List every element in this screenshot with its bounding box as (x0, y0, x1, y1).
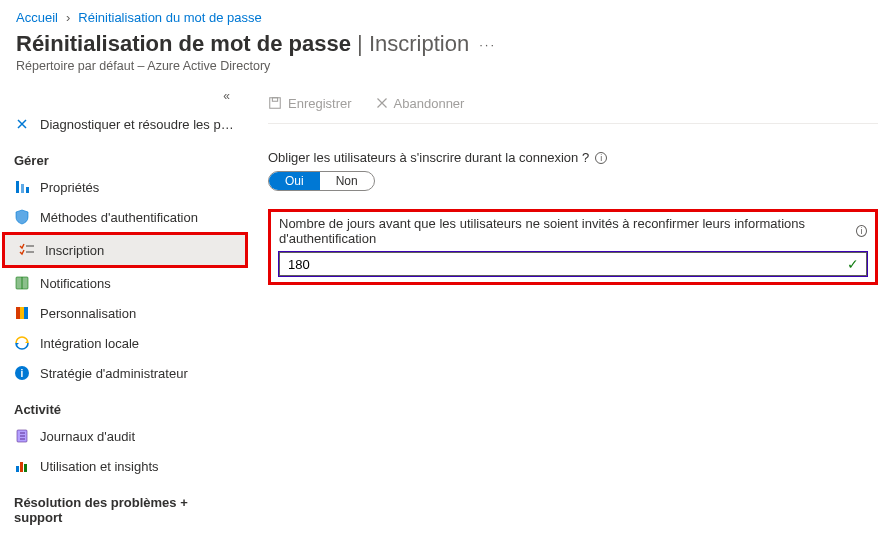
sidebar-item-label: Journaux d'audit (40, 429, 135, 444)
properties-icon (14, 179, 30, 195)
svg-text:i: i (21, 368, 24, 379)
sidebar-item-properties[interactable]: Propriétés (0, 172, 250, 202)
sidebar-header-support: Résolution des problèmes + support (0, 481, 250, 526)
page-title-sub: Inscription (369, 31, 469, 56)
sidebar-item-label: Méthodes d'authentification (40, 210, 198, 225)
checklist-icon (19, 242, 35, 258)
toggle-option-yes[interactable]: Oui (269, 172, 320, 190)
toggle-option-no[interactable]: Non (320, 172, 374, 190)
svg-rect-0 (16, 181, 19, 193)
require-register-toggle[interactable]: Oui Non (268, 171, 375, 191)
diagnose-icon (14, 116, 30, 132)
info-tooltip-icon[interactable]: i (856, 225, 867, 237)
toolbar: Enregistrer Abandonner (268, 89, 878, 117)
svg-marker-11 (16, 343, 19, 346)
sidebar-item-label: Inscription (45, 243, 104, 258)
page-subtitle: Répertoire par défaut – Azure Active Dir… (0, 59, 896, 83)
sidebar-item-auth-methods[interactable]: Méthodes d'authentification (0, 202, 250, 232)
days-label: Nombre de jours avant que les utilisateu… (279, 216, 850, 246)
toolbar-divider (268, 123, 878, 124)
page-title-main: Réinitialisation de mot de passe (16, 31, 351, 56)
sidebar-item-audit-logs[interactable]: Journaux d'audit (0, 421, 250, 451)
save-button[interactable]: Enregistrer (268, 96, 352, 111)
highlight-registration: Inscription (2, 232, 248, 268)
sidebar-header-manage: Gérer (0, 139, 250, 172)
book-icon (14, 275, 30, 291)
sidebar-item-label: Notifications (40, 276, 111, 291)
svg-rect-9 (24, 307, 28, 319)
sidebar-item-admin-policy[interactable]: i Stratégie d'administrateur (0, 358, 250, 388)
more-actions-button[interactable]: ··· (479, 37, 496, 52)
notebook-icon (14, 428, 30, 444)
palette-icon (14, 305, 30, 321)
sidebar-header-activity: Activité (0, 388, 250, 421)
svg-rect-2 (26, 187, 29, 193)
sidebar-item-onprem[interactable]: Intégration locale (0, 328, 250, 358)
breadcrumb-current[interactable]: Réinitialisation du mot de passe (78, 10, 262, 25)
main-content: Enregistrer Abandonner Obliger les utili… (250, 83, 896, 526)
sidebar-item-label: Intégration locale (40, 336, 139, 351)
discard-button[interactable]: Abandonner (376, 96, 465, 111)
sidebar-item-registration[interactable]: Inscription (5, 235, 245, 265)
sidebar-item-label: Diagnostiquer et résoudre les prob... (40, 117, 236, 132)
save-label: Enregistrer (288, 96, 352, 111)
breadcrumb-separator: › (66, 10, 70, 25)
sidebar-collapse-button[interactable]: « (0, 87, 250, 109)
sidebar-item-customization[interactable]: Personnalisation (0, 298, 250, 328)
svg-rect-22 (270, 98, 281, 109)
breadcrumb: Accueil › Réinitialisation du mot de pas… (0, 0, 896, 29)
svg-marker-10 (25, 340, 28, 343)
close-icon (376, 97, 388, 109)
sidebar-item-diagnose[interactable]: Diagnostiquer et résoudre les prob... (0, 109, 250, 139)
svg-rect-19 (20, 462, 23, 472)
svg-rect-1 (21, 184, 24, 193)
days-input[interactable] (279, 252, 867, 276)
info-icon: i (14, 365, 30, 381)
svg-rect-23 (272, 98, 277, 102)
sidebar-item-notifications[interactable]: Notifications (0, 268, 250, 298)
sidebar-item-label: Propriétés (40, 180, 99, 195)
sync-icon (14, 335, 30, 351)
svg-rect-20 (24, 464, 27, 472)
highlight-days-field: Nombre de jours avant que les utilisateu… (268, 209, 878, 285)
info-tooltip-icon[interactable]: i (595, 152, 607, 164)
validation-check-icon: ✓ (847, 256, 859, 272)
svg-rect-7 (16, 307, 20, 319)
svg-rect-8 (20, 307, 24, 319)
shield-icon (14, 209, 30, 225)
field-require-register: Obliger les utilisateurs à s'inscrire du… (268, 150, 878, 191)
sidebar-item-label: Utilisation et insights (40, 459, 159, 474)
breadcrumb-home[interactable]: Accueil (16, 10, 58, 25)
sidebar-item-label: Stratégie d'administrateur (40, 366, 188, 381)
discard-label: Abandonner (394, 96, 465, 111)
sidebar: « Diagnostiquer et résoudre les prob... … (0, 83, 250, 526)
sidebar-item-label: Personnalisation (40, 306, 136, 321)
svg-rect-18 (16, 466, 19, 472)
save-icon (268, 96, 282, 110)
sidebar-item-usage[interactable]: Utilisation et insights (0, 451, 250, 481)
page-title: Réinitialisation de mot de passe | Inscr… (16, 31, 469, 57)
bar-chart-icon (14, 458, 30, 474)
require-register-label: Obliger les utilisateurs à s'inscrire du… (268, 150, 589, 165)
